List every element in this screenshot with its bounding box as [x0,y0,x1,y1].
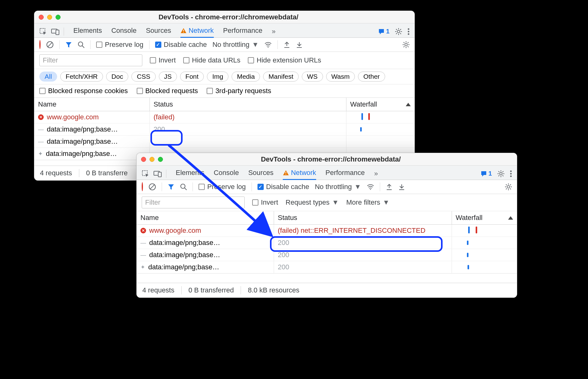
table-row[interactable]: ✕www.google.com (failed) [34,111,414,123]
col-name[interactable]: Name [137,211,274,224]
kebab-menu-icon[interactable] [408,28,409,35]
minimize-window-button[interactable] [47,15,52,20]
svg-rect-2 [56,30,59,35]
col-name[interactable]: Name [34,98,150,111]
filter-input[interactable] [39,54,142,66]
more-tabs-chevrons-icon[interactable]: » [374,170,378,178]
titlebar[interactable]: DevTools - chrome-error://chromewebdata/ [34,11,414,23]
waterfall-cell [452,237,517,247]
tab-console[interactable]: Console [111,25,137,38]
download-har-icon[interactable] [296,41,303,48]
invert-checkbox[interactable]: Invert [150,56,176,64]
svg-line-46 [502,171,503,172]
issues-badge[interactable]: 1 [378,28,390,35]
chip-doc[interactable]: Doc [106,72,128,82]
panel-settings-gear-icon[interactable] [403,41,409,48]
close-window-button[interactable] [39,15,44,20]
col-status[interactable]: Status [274,211,452,224]
tab-console[interactable]: Console [214,167,239,180]
settings-gear-icon[interactable] [395,28,402,35]
filter-funnel-icon[interactable] [168,183,174,190]
download-har-icon[interactable] [398,183,405,190]
checkbox-checked-icon [155,42,161,48]
error-icon: ✕ [38,114,44,120]
tab-performance[interactable]: Performance [223,25,262,38]
hide-extension-urls-checkbox[interactable]: Hide extension URLs [248,56,321,64]
col-status[interactable]: Status [150,98,346,111]
close-window-button[interactable] [141,157,146,162]
col-waterfall[interactable]: Waterfall [346,98,414,111]
record-button[interactable] [142,183,143,191]
tab-elements[interactable]: Elements [176,167,204,180]
preserve-log-checkbox[interactable]: Preserve log [198,183,246,191]
third-party-checkbox[interactable]: 3rd-party requests [207,87,271,95]
issues-badge[interactable]: 1 [481,170,492,177]
tab-network-label: Network [189,27,214,35]
filter-input[interactable] [142,197,245,208]
device-toggle-icon[interactable] [51,28,59,35]
blocked-cookies-checkbox[interactable]: Blocked response cookies [39,87,128,95]
chip-media[interactable]: Media [232,72,260,82]
table-row[interactable]: ✕www.google.com (failed) net::ERR_INTERN… [137,225,517,237]
minimize-window-button[interactable] [149,157,154,162]
hide-data-urls-checkbox[interactable]: Hide data URLs [183,56,240,64]
chip-other[interactable]: Other [358,72,385,82]
network-conditions-wifi-icon[interactable] [264,41,272,48]
upload-har-icon[interactable] [386,183,393,190]
maximize-window-button[interactable] [56,15,61,20]
panel-settings-gear-icon[interactable] [505,183,512,190]
maximize-window-button[interactable] [158,157,163,162]
search-icon[interactable] [78,41,85,48]
requests-count: 4 requests [40,169,72,177]
chip-font[interactable]: Font [180,72,204,82]
tab-sources[interactable]: Sources [248,167,273,180]
chip-all[interactable]: All [39,72,57,82]
hide-data-urls-label: Hide data URLs [192,56,240,64]
tab-elements[interactable]: Elements [73,25,102,38]
clear-icon[interactable] [149,183,156,191]
tab-sources[interactable]: Sources [146,25,171,38]
throttling-select[interactable]: No throttling ▼ [315,183,361,191]
chip-img[interactable]: Img [207,72,228,82]
clear-icon[interactable] [46,41,54,48]
device-toggle-icon[interactable] [154,170,162,177]
tab-performance[interactable]: Performance [326,167,365,180]
blocked-requests-checkbox[interactable]: Blocked requests [137,87,198,95]
more-tabs-chevrons-icon[interactable]: » [272,27,276,36]
titlebar[interactable]: DevTools - chrome-error://chromewebdata/ [137,153,517,166]
record-button[interactable] [39,41,41,49]
svg-line-13 [400,29,401,30]
more-filters-select[interactable]: More filters ▼ [346,198,390,207]
chip-manifest[interactable]: Manifest [263,72,298,82]
filter-funnel-icon[interactable] [65,41,72,48]
upload-har-icon[interactable] [283,41,290,48]
table-row[interactable]: —data:image/png;base… 200 [137,237,517,249]
chip-css[interactable]: CSS [131,72,155,82]
request-types-select[interactable]: Request types ▼ [286,198,339,207]
network-conditions-wifi-icon[interactable] [367,183,374,190]
preserve-log-checkbox[interactable]: Preserve log [96,41,144,49]
waterfall-cell [452,225,517,235]
tab-network[interactable]: Network [180,25,214,38]
inspect-icon[interactable] [142,170,149,177]
settings-gear-icon[interactable] [497,170,504,177]
caret-down-icon: ▼ [332,198,339,207]
chip-js[interactable]: JS [159,72,177,82]
tab-network[interactable]: Network [283,167,316,180]
search-icon[interactable] [180,183,187,190]
throttling-select[interactable]: No throttling ▼ [213,41,259,49]
table-row[interactable]: —data:image/png;base… 200 [34,123,414,136]
col-waterfall[interactable]: Waterfall [452,211,517,224]
table-row[interactable]: ✦data:image/png;base… 200 [137,261,517,273]
chip-ws[interactable]: WS [302,72,323,82]
invert-checkbox[interactable]: Invert [252,198,278,207]
chip-fetch-xhr[interactable]: Fetch/XHR [60,72,103,82]
chip-wasm[interactable]: Wasm [326,72,355,82]
table-row[interactable]: —data:image/png;base… [34,136,414,148]
inspect-icon[interactable] [39,28,47,35]
disable-cache-checkbox[interactable]: Disable cache [155,41,207,49]
more-filters-label: More filters [346,198,380,207]
disable-cache-checkbox[interactable]: Disable cache [257,183,309,191]
kebab-menu-icon[interactable] [510,170,512,177]
table-row[interactable]: —data:image/png;base… 200 [137,249,517,261]
